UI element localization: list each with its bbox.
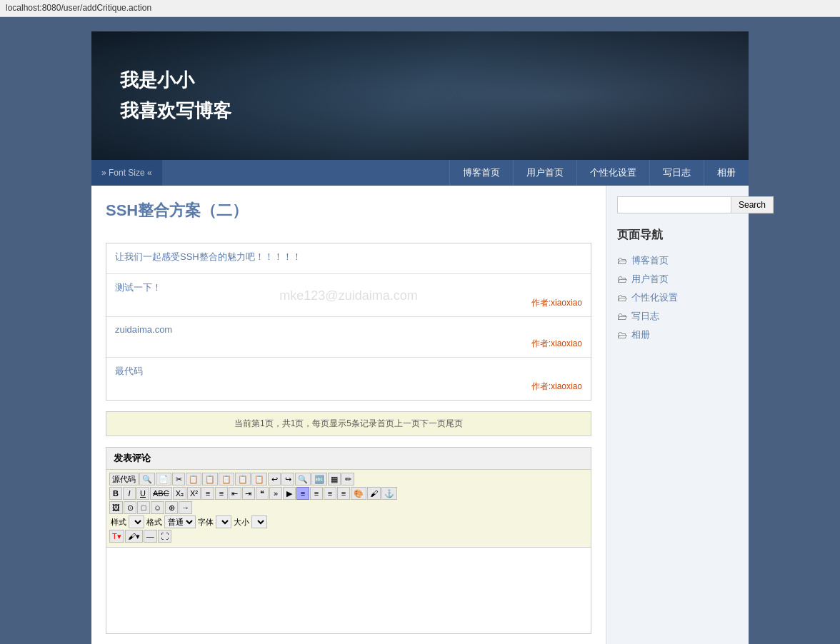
toolbar-row-2: B I U ABC X₂ X² ≡ ≡ ⇤ ⇥ ❝ » ▶	[109, 487, 588, 500]
tb-image[interactable]: 🖼	[109, 501, 123, 514]
tb-textcolor[interactable]: 🎨	[351, 487, 366, 500]
folder-icon: 🗁	[617, 273, 627, 285]
format-label: 格式	[146, 517, 162, 528]
search-button[interactable]: Search	[731, 196, 774, 213]
style-select[interactable]	[129, 515, 144, 528]
tb-cut[interactable]: ✂	[172, 473, 185, 485]
font-size-button[interactable]: » Font Size «	[91, 160, 162, 186]
comment-row: 测试一下！ mke123@zuidaima.com 作者:xiaoxiao	[106, 274, 591, 317]
header-title-2: 我喜欢写博客	[120, 99, 720, 124]
search-input[interactable]	[617, 196, 731, 213]
toolbar-row-1: 源代码 🔍 📄 ✂ 📋 📋 📋 📋 📋 ↩ ↪ 🔍	[109, 473, 588, 485]
tb-table[interactable]: ▦	[328, 473, 341, 485]
comment-form-section: 发表评论 源代码 🔍 📄 ✂ 📋 📋 📋 📋 📋	[106, 447, 591, 634]
toolbar-row-3: 🖼 ⊙ □ ☺ ⊕ →	[109, 501, 588, 514]
comment-text-2: zuidaima.com	[115, 324, 582, 335]
tb-bgcolor[interactable]: 🖌	[367, 487, 381, 500]
search-box: Search	[617, 196, 738, 213]
tb-draw[interactable]: ✏	[341, 473, 354, 485]
tb-find2[interactable]: 🔍	[295, 473, 311, 485]
sidebar: Search 页面导航 🗁 博客首页 🗁 用户首页 🗁 个性化设置	[606, 186, 749, 644]
folder-icon: 🗁	[617, 311, 627, 322]
folder-icon: 🗁	[617, 255, 627, 266]
tb-align-center[interactable]: ≡	[310, 487, 323, 500]
font-select[interactable]	[216, 515, 231, 528]
tb-indent[interactable]: ⇥	[242, 487, 255, 500]
size-label: 大小	[234, 517, 249, 528]
tb-paste[interactable]: 📄	[156, 473, 171, 485]
tb-find[interactable]: 🔍	[139, 473, 155, 485]
tb-superscript[interactable]: X²	[187, 487, 201, 500]
tb-underline[interactable]: U	[136, 487, 149, 500]
format-select[interactable]: 普通	[164, 515, 196, 528]
tb-ul[interactable]: ≡	[215, 487, 228, 500]
comment-text-3: 最代码	[115, 365, 582, 378]
tb-paste3[interactable]: 📋	[219, 473, 234, 485]
tb-align-right[interactable]: ≡	[324, 487, 336, 500]
tb-subscript[interactable]: X₂	[173, 487, 186, 500]
tb-anchor[interactable]: ⚓	[381, 487, 397, 500]
toolbar-row-5: T▾ 🖌▾ — ⛶	[109, 530, 588, 543]
sidebar-nav-title: 页面导航	[617, 228, 738, 243]
tb-undo[interactable]: ↩	[268, 473, 281, 485]
nav-link-blog-home[interactable]: 博客首页	[449, 160, 513, 186]
tb-bg-color-pick[interactable]: 🖌▾	[125, 530, 143, 543]
tb-bold[interactable]: B	[109, 487, 122, 500]
address-bar: localhost:8080/user/addCritique.action	[0, 0, 840, 17]
tb-spell[interactable]: 🔤	[311, 473, 327, 485]
tb-italic[interactable]: I	[123, 487, 136, 500]
tb-paste5[interactable]: 📋	[251, 473, 267, 485]
editor-body[interactable]	[106, 548, 591, 633]
content-area: SSH整合方案（二） 让我们一起感受SSH整合的魅力吧！！！！！ 测试一下！ m…	[91, 186, 749, 644]
tb-blockquote[interactable]: ❝	[256, 487, 269, 500]
tb-specialchar[interactable]: »	[269, 487, 282, 500]
tb-special[interactable]: ⊕	[165, 501, 178, 514]
tb-copy[interactable]: 📋	[186, 473, 201, 485]
site-container: 我是小小 我喜欢写博客 » Font Size « 博客首页 用户首页 个性化设…	[91, 31, 749, 644]
comment-author-1: 作者:xiaoxiao	[115, 297, 582, 309]
sidebar-item-diary[interactable]: 🗁 写日志	[617, 307, 738, 326]
tb-template[interactable]: →	[179, 501, 192, 514]
sidebar-item-album[interactable]: 🗁 相册	[617, 326, 738, 344]
tb-ol[interactable]: ≡	[201, 487, 214, 500]
toolbar-row-4: 样式 格式 普通 字体 大小	[109, 515, 588, 528]
style-label: 样式	[111, 517, 126, 528]
tb-align-left[interactable]: ≡	[296, 487, 309, 500]
nav-link-personalize[interactable]: 个性化设置	[576, 160, 649, 186]
sidebar-item-personalize[interactable]: 🗁 个性化设置	[617, 288, 738, 307]
tb-maximize[interactable]: ⛶	[158, 530, 171, 543]
nav-link-user-home[interactable]: 用户首页	[513, 160, 576, 186]
comment-text-1: 测试一下！	[115, 281, 582, 294]
comment-form-title: 发表评论	[106, 448, 591, 470]
tb-redo[interactable]: ↪	[281, 473, 294, 485]
nav-link-diary[interactable]: 写日志	[649, 160, 704, 186]
tb-paste4[interactable]: 📋	[235, 473, 251, 485]
sidebar-item-user-home[interactable]: 🗁 用户首页	[617, 270, 738, 288]
main-content: SSH整合方案（二） 让我们一起感受SSH整合的魅力吧！！！！！ 测试一下！ m…	[91, 186, 606, 644]
comments-section: 让我们一起感受SSH整合的魅力吧！！！！！ 测试一下！ mke123@zuida…	[106, 243, 591, 401]
sidebar-nav-list: 🗁 博客首页 🗁 用户首页 🗁 个性化设置 🗁 写日志	[617, 251, 738, 344]
tb-outdent[interactable]: ⇤	[229, 487, 241, 500]
site-header: 我是小小 我喜欢写博客	[91, 31, 749, 160]
size-select[interactable]	[251, 515, 267, 528]
tb-source[interactable]: 源代码	[109, 473, 139, 485]
sidebar-item-blog-home[interactable]: 🗁 博客首页	[617, 251, 738, 270]
tb-smiley[interactable]: ☺	[151, 501, 164, 514]
header-title-1: 我是小小	[120, 68, 720, 93]
tb-align-justify[interactable]: ≡	[337, 487, 350, 500]
tb-font-color-pick[interactable]: T▾	[109, 530, 124, 543]
font-label: 字体	[198, 517, 214, 528]
nav-links: 博客首页 用户首页 个性化设置 写日志 相册	[449, 160, 749, 186]
tb-styles[interactable]: ▶	[283, 487, 296, 500]
comment-author-2: 作者:xiaoxiao	[115, 338, 582, 350]
tb-hr[interactable]: —	[144, 530, 157, 543]
tb-strikethrough[interactable]: ABC	[150, 487, 172, 500]
folder-icon: 🗁	[617, 329, 627, 341]
folder-icon: 🗁	[617, 292, 627, 303]
tb-flash[interactable]: ⊙	[124, 501, 136, 514]
tb-iframe[interactable]: □	[137, 501, 150, 514]
nav-link-album[interactable]: 相册	[704, 160, 749, 186]
pagination-bar: 当前第1页，共1页，每页显示5条记录首页上一页下一页尾页	[106, 411, 591, 436]
comment-row: zuidaima.com 作者:xiaoxiao	[106, 317, 591, 358]
tb-paste2[interactable]: 📋	[202, 473, 218, 485]
